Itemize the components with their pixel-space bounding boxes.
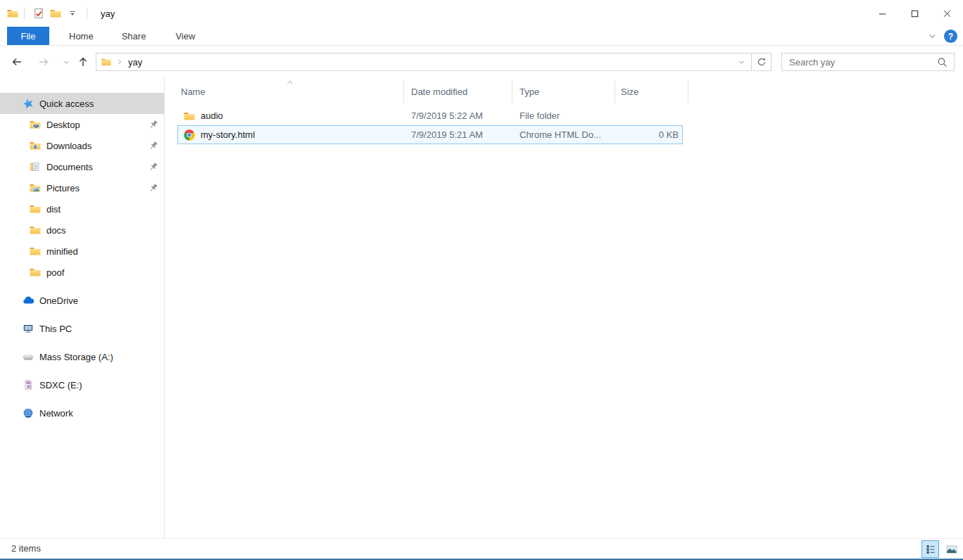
sidebar-item[interactable]: poof — [0, 262, 164, 283]
file-date-modified: 7/9/2019 5:22 AM — [404, 110, 512, 121]
sidebar-item-icon — [30, 224, 41, 236]
sidebar-item[interactable]: This PC — [0, 318, 164, 339]
sidebar-item[interactable]: Network — [0, 402, 164, 424]
breadcrumb-chevron-icon[interactable] — [116, 58, 123, 65]
sidebar-item[interactable]: Documents — [0, 156, 164, 177]
pin-icon — [148, 141, 158, 151]
sidebar-item[interactable]: Desktop — [0, 114, 164, 135]
sidebar-item[interactable]: Quick access — [0, 93, 164, 114]
breadcrumb-path[interactable]: yay — [128, 57, 731, 68]
file-name: audio — [201, 110, 223, 121]
up-button[interactable] — [73, 53, 93, 71]
search-box — [781, 53, 955, 71]
address-dropdown-button[interactable] — [731, 53, 751, 70]
pin-icon — [148, 183, 158, 193]
sidebar-item[interactable]: OneDrive — [0, 290, 164, 311]
sidebar-item-icon — [23, 351, 34, 362]
sidebar-item-icon — [23, 379, 34, 390]
tab-home[interactable]: Home — [60, 27, 103, 45]
sidebar-item[interactable]: Mass Storage (A:) — [0, 346, 164, 367]
pin-icon — [148, 162, 158, 172]
sidebar-item-label: This PC — [39, 324, 72, 334]
sidebar-item-icon — [30, 246, 41, 257]
file-date-modified: 7/9/2019 5:21 AM — [404, 129, 512, 140]
file-row[interactable]: my-story.html 7/9/2019 5:21 AM Chrome HT… — [177, 125, 683, 144]
column-header-size[interactable]: Size — [615, 81, 688, 103]
column-header-name[interactable]: Name — [165, 81, 404, 103]
sidebar-item-icon — [30, 119, 41, 130]
close-button[interactable] — [931, 0, 963, 27]
address-bar[interactable]: yay — [96, 53, 752, 71]
tab-view[interactable]: View — [166, 27, 204, 45]
back-button[interactable] — [7, 53, 27, 71]
help-button[interactable]: ? — [944, 30, 957, 43]
refresh-button[interactable] — [751, 53, 772, 71]
sidebar-item-label: minified — [46, 246, 78, 257]
pin-icon — [148, 120, 158, 130]
sidebar-item-label: SDXC (E:) — [39, 380, 82, 390]
sidebar-item-label: Quick access — [39, 98, 94, 109]
sidebar-item-label: poof — [46, 267, 64, 278]
column-headers: Name Date modified Type Size — [165, 77, 963, 106]
properties-icon — [33, 8, 44, 19]
large-icons-view-button[interactable] — [943, 540, 960, 558]
navigation-pane: Quick access Desktop Downloads Documents — [0, 77, 165, 538]
sidebar-item-label: Downloads — [46, 141, 92, 151]
new-folder-icon — [50, 8, 61, 19]
sidebar-item[interactable]: Pictures — [0, 177, 164, 198]
sidebar-item[interactable]: docs — [0, 219, 164, 241]
ribbon-tab-bar: File Home Share View ? — [0, 27, 963, 46]
search-input[interactable] — [782, 57, 937, 68]
tab-share[interactable]: Share — [113, 27, 156, 45]
file-name-cell: my-story.html — [178, 129, 404, 141]
window-title: yay — [101, 8, 115, 19]
navigation-bar: yay — [0, 46, 963, 77]
up-arrow-icon — [77, 56, 89, 68]
sidebar-item[interactable]: SDXC (E:) — [0, 374, 164, 395]
forward-arrow-icon — [38, 56, 49, 68]
column-header-date-modified[interactable]: Date modified — [404, 81, 512, 103]
sidebar-item-icon — [30, 267, 41, 278]
details-view-button[interactable] — [921, 540, 939, 558]
expand-ribbon-icon[interactable] — [928, 32, 937, 41]
back-arrow-icon — [11, 56, 23, 68]
file-icon — [184, 129, 195, 141]
sidebar-item-icon — [23, 295, 34, 306]
sidebar-item[interactable]: minified — [0, 241, 164, 262]
forward-button[interactable] — [34, 53, 54, 71]
title-bar: yay — [0, 0, 963, 27]
window-controls — [866, 0, 963, 27]
qat-dropdown-icon — [68, 8, 77, 18]
qat-customize-button[interactable] — [64, 5, 81, 22]
qat-new-folder-button[interactable] — [47, 5, 64, 22]
item-count: 2 items — [11, 539, 41, 559]
sidebar-item-label: dist — [46, 204, 61, 215]
sidebar-item[interactable]: Downloads — [0, 135, 164, 156]
thumbnail-view-icon — [946, 544, 957, 555]
maximize-icon — [910, 8, 920, 19]
sidebar-item[interactable]: dist — [0, 198, 164, 219]
tab-file[interactable]: File — [7, 27, 49, 45]
file-name: my-story.html — [201, 129, 255, 140]
sidebar-item-icon — [30, 140, 41, 151]
sidebar-item-icon — [23, 407, 34, 419]
minimize-button[interactable] — [866, 0, 898, 27]
column-header-type[interactable]: Type — [512, 81, 615, 103]
minimize-icon — [877, 8, 888, 19]
refresh-icon — [757, 57, 767, 67]
chevron-down-icon — [63, 58, 70, 66]
sidebar-item-label: Pictures — [46, 183, 80, 193]
sort-ascending-icon — [286, 78, 294, 87]
sidebar-item-icon — [23, 323, 34, 334]
titlebar-separator — [24, 8, 25, 19]
sidebar-item-label: OneDrive — [39, 295, 78, 306]
maximize-button[interactable] — [898, 0, 931, 27]
search-icon[interactable] — [937, 57, 948, 68]
file-row[interactable]: audio 7/9/2019 5:22 AM File folder — [177, 106, 683, 125]
file-list-pane: Name Date modified Type Size audio 7/9/2… — [165, 77, 963, 538]
sidebar-item-icon — [23, 98, 34, 109]
explorer-app-icon — [7, 8, 18, 19]
file-rows: audio 7/9/2019 5:22 AM File folder my-st… — [177, 106, 683, 144]
sidebar-item-label: docs — [46, 225, 65, 236]
qat-properties-button[interactable] — [30, 5, 47, 22]
